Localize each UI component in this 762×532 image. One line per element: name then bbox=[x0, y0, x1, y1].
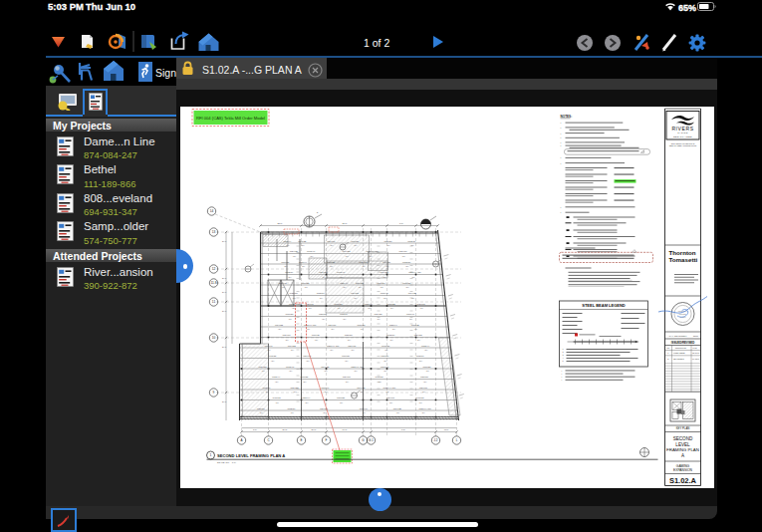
svg-text:W24x76: W24x76 bbox=[328, 324, 337, 326]
svg-text:2.: 2. bbox=[562, 351, 564, 353]
svg-text:S1.02.A: S1.02.A bbox=[668, 476, 696, 485]
svg-text:4.: 4. bbox=[562, 357, 564, 359]
svg-text:6-8″: 6-8″ bbox=[401, 428, 405, 430]
svg-text:(24): (24) bbox=[418, 401, 422, 403]
svg-text:KEY PLAN: KEY PLAN bbox=[675, 426, 689, 430]
svg-text:•: • bbox=[561, 379, 562, 381]
svg-text:(24): (24) bbox=[339, 401, 343, 403]
svg-text:W18x40: W18x40 bbox=[359, 407, 368, 409]
svg-text:(24): (24) bbox=[331, 328, 335, 330]
svg-text:W24x55: W24x55 bbox=[320, 407, 329, 409]
svg-text:W18x40: W18x40 bbox=[286, 366, 295, 368]
svg-text:(24): (24) bbox=[322, 276, 326, 278]
svg-text:W24x68: W24x68 bbox=[416, 303, 425, 305]
svg-text:(24): (24) bbox=[382, 297, 386, 299]
svg-text:(24): (24) bbox=[337, 307, 341, 309]
svg-text:W21x50: W21x50 bbox=[344, 334, 353, 336]
svg-text:W24x55: W24x55 bbox=[289, 250, 298, 252]
svg-text:(24): (24) bbox=[281, 286, 285, 288]
svg-text:W12x19: W12x19 bbox=[316, 292, 325, 294]
svg-text:(24): (24) bbox=[418, 360, 422, 362]
svg-text:Tomasetti: Tomasetti bbox=[668, 256, 697, 263]
svg-text:24-8″: 24-8″ bbox=[282, 428, 287, 430]
svg-text:(24): (24) bbox=[389, 339, 393, 341]
svg-text:65%: 65% bbox=[678, 3, 696, 13]
svg-text:W24x68: W24x68 bbox=[359, 261, 368, 263]
svg-text:(24): (24) bbox=[292, 297, 296, 299]
svg-text:9: 9 bbox=[212, 391, 214, 395]
svg-text:8-0″: 8-0″ bbox=[253, 428, 257, 430]
svg-text:CASINO: CASINO bbox=[677, 132, 688, 133]
svg-text:W16x31: W16x31 bbox=[334, 303, 343, 305]
svg-text:3000 SOUTH RIVER ROAD: 3000 SOUTH RIVER ROAD bbox=[670, 142, 694, 144]
svg-text:W24x55: W24x55 bbox=[374, 313, 382, 315]
svg-text:(24): (24) bbox=[391, 328, 395, 330]
svg-text:27-0″: 27-0″ bbox=[277, 222, 282, 224]
svg-text:J.2: J.2 bbox=[433, 438, 437, 442]
svg-text:W12x19: W12x19 bbox=[285, 271, 294, 273]
svg-text:(24): (24) bbox=[410, 297, 414, 299]
svg-text:1.: 1. bbox=[562, 348, 564, 350]
svg-text:W21x44: W21x44 bbox=[388, 324, 397, 326]
svg-text:•: • bbox=[560, 206, 561, 209]
svg-text:W12x19: W12x19 bbox=[386, 334, 395, 336]
svg-text:W16x31: W16x31 bbox=[422, 366, 431, 368]
svg-text:(24): (24) bbox=[301, 265, 305, 267]
svg-text:W24x55: W24x55 bbox=[413, 334, 422, 336]
svg-text:W24x76: W24x76 bbox=[398, 250, 407, 252]
svg-text:W14x22: W14x22 bbox=[287, 345, 296, 347]
svg-text:W14x22: W14x22 bbox=[407, 292, 416, 294]
svg-text:(24): (24) bbox=[382, 276, 386, 278]
svg-text:(24): (24) bbox=[267, 349, 271, 351]
svg-text:W16x26: W16x26 bbox=[351, 240, 360, 242]
svg-text:(24): (24) bbox=[416, 339, 420, 341]
svg-text:(24): (24) bbox=[324, 391, 328, 393]
svg-text:W18x40: W18x40 bbox=[321, 387, 330, 389]
svg-text:(24): (24) bbox=[303, 381, 307, 383]
svg-text:W18x35: W18x35 bbox=[298, 240, 307, 242]
svg-text:SECOND LEVEL FRAMING PLAN A: SECOND LEVEL FRAMING PLAN A bbox=[217, 453, 285, 458]
svg-text:DATE: DATE bbox=[692, 347, 696, 349]
svg-text:12: 12 bbox=[211, 267, 215, 271]
svg-text:(24): (24) bbox=[421, 391, 425, 393]
svg-text:(24): (24) bbox=[306, 360, 310, 362]
svg-text:(24): (24) bbox=[285, 339, 289, 341]
svg-text:W21x44: W21x44 bbox=[421, 345, 430, 347]
svg-text:C: C bbox=[267, 438, 270, 442]
svg-text:09.13.19: 09.13.19 bbox=[692, 358, 699, 360]
svg-text:W24x76: W24x76 bbox=[278, 282, 287, 284]
svg-text:(24): (24) bbox=[354, 370, 358, 372]
svg-text:W24x76: W24x76 bbox=[305, 303, 314, 305]
svg-text:W12x19: W12x19 bbox=[287, 407, 296, 409]
svg-text:W16x26: W16x26 bbox=[375, 376, 383, 378]
svg-text:(24): (24) bbox=[351, 349, 355, 351]
svg-text:(24): (24) bbox=[419, 307, 423, 309]
svg-text:W18x40: W18x40 bbox=[264, 345, 273, 347]
svg-text:W18x35: W18x35 bbox=[336, 397, 345, 399]
svg-text:W21x44: W21x44 bbox=[272, 376, 281, 378]
svg-text:11-0″: 11-0″ bbox=[342, 222, 347, 224]
svg-text:RIVERS: RIVERS bbox=[671, 126, 693, 132]
svg-text:W21x44 (18): W21x44 (18) bbox=[327, 345, 340, 347]
svg-text:AJAX Job Number: AJAX Job Number bbox=[667, 335, 686, 337]
svg-text:W21x50: W21x50 bbox=[381, 355, 389, 357]
svg-text:W21x44 (18): W21x44 (18) bbox=[303, 324, 316, 326]
svg-text:W21x44 (18): W21x44 (18) bbox=[382, 387, 395, 389]
svg-text:W24x68: W24x68 bbox=[377, 282, 385, 284]
svg-text:A: A bbox=[240, 438, 242, 442]
svg-text:(24): (24) bbox=[413, 328, 417, 330]
svg-text:3.: 3. bbox=[562, 354, 564, 356]
svg-text:W14x22: W14x22 bbox=[357, 387, 366, 389]
svg-text:W18x40: W18x40 bbox=[380, 292, 388, 294]
svg-text:W14x22: W14x22 bbox=[321, 366, 330, 368]
svg-text:(24): (24) bbox=[305, 401, 309, 403]
svg-text:(24): (24) bbox=[377, 318, 381, 320]
svg-text:W24x68: W24x68 bbox=[342, 376, 351, 378]
svg-text:13: 13 bbox=[211, 230, 215, 234]
svg-text:(24): (24) bbox=[395, 411, 399, 413]
svg-text:W24x76: W24x76 bbox=[418, 387, 427, 389]
svg-text:(24): (24) bbox=[354, 297, 358, 299]
svg-text:EXPANSION: EXPANSION bbox=[673, 468, 693, 472]
svg-text:W21x44: W21x44 bbox=[298, 261, 307, 263]
svg-text:W18x35: W18x35 bbox=[386, 303, 395, 305]
